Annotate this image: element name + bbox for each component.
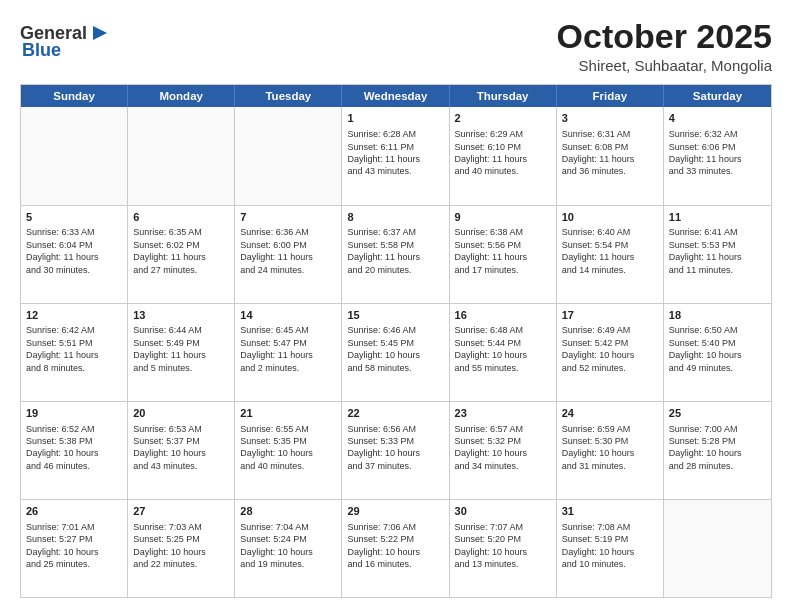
weekday-header-friday: Friday <box>557 85 664 107</box>
calendar-row-2: 12Sunrise: 6:42 AM Sunset: 5:51 PM Dayli… <box>21 303 771 401</box>
day-info: Sunrise: 6:28 AM Sunset: 6:11 PM Dayligh… <box>347 128 443 178</box>
day-info: Sunrise: 6:33 AM Sunset: 6:04 PM Dayligh… <box>26 226 122 276</box>
day-cell-5: 5Sunrise: 6:33 AM Sunset: 6:04 PM Daylig… <box>21 206 128 303</box>
calendar-row-4: 26Sunrise: 7:01 AM Sunset: 5:27 PM Dayli… <box>21 499 771 597</box>
header: General Blue October 2025 Shireet, Suhba… <box>20 18 772 74</box>
day-cell-16: 16Sunrise: 6:48 AM Sunset: 5:44 PM Dayli… <box>450 304 557 401</box>
day-number: 14 <box>240 308 336 323</box>
day-cell-13: 13Sunrise: 6:44 AM Sunset: 5:49 PM Dayli… <box>128 304 235 401</box>
day-cell-23: 23Sunrise: 6:57 AM Sunset: 5:32 PM Dayli… <box>450 402 557 499</box>
day-number: 23 <box>455 406 551 421</box>
day-info: Sunrise: 6:59 AM Sunset: 5:30 PM Dayligh… <box>562 423 658 473</box>
day-number: 18 <box>669 308 766 323</box>
day-number: 6 <box>133 210 229 225</box>
day-info: Sunrise: 6:46 AM Sunset: 5:45 PM Dayligh… <box>347 324 443 374</box>
day-number: 15 <box>347 308 443 323</box>
day-info: Sunrise: 6:38 AM Sunset: 5:56 PM Dayligh… <box>455 226 551 276</box>
day-number: 17 <box>562 308 658 323</box>
day-cell-11: 11Sunrise: 6:41 AM Sunset: 5:53 PM Dayli… <box>664 206 771 303</box>
weekday-header-tuesday: Tuesday <box>235 85 342 107</box>
day-info: Sunrise: 6:40 AM Sunset: 5:54 PM Dayligh… <box>562 226 658 276</box>
day-number: 10 <box>562 210 658 225</box>
day-number: 29 <box>347 504 443 519</box>
day-cell-10: 10Sunrise: 6:40 AM Sunset: 5:54 PM Dayli… <box>557 206 664 303</box>
day-number: 9 <box>455 210 551 225</box>
day-number: 12 <box>26 308 122 323</box>
svg-marker-0 <box>93 26 107 40</box>
day-number: 21 <box>240 406 336 421</box>
day-cell-20: 20Sunrise: 6:53 AM Sunset: 5:37 PM Dayli… <box>128 402 235 499</box>
day-info: Sunrise: 6:49 AM Sunset: 5:42 PM Dayligh… <box>562 324 658 374</box>
day-info: Sunrise: 7:08 AM Sunset: 5:19 PM Dayligh… <box>562 521 658 571</box>
day-cell-26: 26Sunrise: 7:01 AM Sunset: 5:27 PM Dayli… <box>21 500 128 597</box>
day-cell-12: 12Sunrise: 6:42 AM Sunset: 5:51 PM Dayli… <box>21 304 128 401</box>
day-info: Sunrise: 6:35 AM Sunset: 6:02 PM Dayligh… <box>133 226 229 276</box>
day-info: Sunrise: 7:06 AM Sunset: 5:22 PM Dayligh… <box>347 521 443 571</box>
day-number: 16 <box>455 308 551 323</box>
day-info: Sunrise: 6:44 AM Sunset: 5:49 PM Dayligh… <box>133 324 229 374</box>
day-cell-31: 31Sunrise: 7:08 AM Sunset: 5:19 PM Dayli… <box>557 500 664 597</box>
calendar: SundayMondayTuesdayWednesdayThursdayFrid… <box>20 84 772 598</box>
day-number: 24 <box>562 406 658 421</box>
weekday-header-thursday: Thursday <box>450 85 557 107</box>
day-info: Sunrise: 6:53 AM Sunset: 5:37 PM Dayligh… <box>133 423 229 473</box>
day-cell-1: 1Sunrise: 6:28 AM Sunset: 6:11 PM Daylig… <box>342 107 449 204</box>
day-cell-29: 29Sunrise: 7:06 AM Sunset: 5:22 PM Dayli… <box>342 500 449 597</box>
day-info: Sunrise: 7:00 AM Sunset: 5:28 PM Dayligh… <box>669 423 766 473</box>
weekday-header-monday: Monday <box>128 85 235 107</box>
day-number: 25 <box>669 406 766 421</box>
day-info: Sunrise: 6:41 AM Sunset: 5:53 PM Dayligh… <box>669 226 766 276</box>
calendar-body: 1Sunrise: 6:28 AM Sunset: 6:11 PM Daylig… <box>21 107 771 597</box>
day-number: 20 <box>133 406 229 421</box>
day-number: 3 <box>562 111 658 126</box>
day-info: Sunrise: 7:04 AM Sunset: 5:24 PM Dayligh… <box>240 521 336 571</box>
day-number: 28 <box>240 504 336 519</box>
day-info: Sunrise: 6:45 AM Sunset: 5:47 PM Dayligh… <box>240 324 336 374</box>
day-cell-6: 6Sunrise: 6:35 AM Sunset: 6:02 PM Daylig… <box>128 206 235 303</box>
day-cell-28: 28Sunrise: 7:04 AM Sunset: 5:24 PM Dayli… <box>235 500 342 597</box>
day-number: 2 <box>455 111 551 126</box>
empty-cell-0-1 <box>128 107 235 204</box>
day-number: 30 <box>455 504 551 519</box>
empty-cell-4-6 <box>664 500 771 597</box>
day-cell-24: 24Sunrise: 6:59 AM Sunset: 5:30 PM Dayli… <box>557 402 664 499</box>
day-number: 11 <box>669 210 766 225</box>
day-cell-18: 18Sunrise: 6:50 AM Sunset: 5:40 PM Dayli… <box>664 304 771 401</box>
day-number: 4 <box>669 111 766 126</box>
day-info: Sunrise: 6:56 AM Sunset: 5:33 PM Dayligh… <box>347 423 443 473</box>
day-number: 27 <box>133 504 229 519</box>
day-number: 31 <box>562 504 658 519</box>
day-info: Sunrise: 6:32 AM Sunset: 6:06 PM Dayligh… <box>669 128 766 178</box>
month-title: October 2025 <box>557 18 772 55</box>
day-number: 22 <box>347 406 443 421</box>
day-cell-7: 7Sunrise: 6:36 AM Sunset: 6:00 PM Daylig… <box>235 206 342 303</box>
logo: General Blue <box>20 22 111 61</box>
weekday-header-saturday: Saturday <box>664 85 771 107</box>
day-number: 19 <box>26 406 122 421</box>
day-cell-22: 22Sunrise: 6:56 AM Sunset: 5:33 PM Dayli… <box>342 402 449 499</box>
day-number: 5 <box>26 210 122 225</box>
weekday-header-sunday: Sunday <box>21 85 128 107</box>
day-cell-19: 19Sunrise: 6:52 AM Sunset: 5:38 PM Dayli… <box>21 402 128 499</box>
day-number: 7 <box>240 210 336 225</box>
empty-cell-0-0 <box>21 107 128 204</box>
title-block: October 2025 Shireet, Suhbaatar, Mongoli… <box>557 18 772 74</box>
day-info: Sunrise: 6:52 AM Sunset: 5:38 PM Dayligh… <box>26 423 122 473</box>
day-info: Sunrise: 7:01 AM Sunset: 5:27 PM Dayligh… <box>26 521 122 571</box>
day-cell-2: 2Sunrise: 6:29 AM Sunset: 6:10 PM Daylig… <box>450 107 557 204</box>
weekday-header-wednesday: Wednesday <box>342 85 449 107</box>
day-info: Sunrise: 6:55 AM Sunset: 5:35 PM Dayligh… <box>240 423 336 473</box>
calendar-row-3: 19Sunrise: 6:52 AM Sunset: 5:38 PM Dayli… <box>21 401 771 499</box>
empty-cell-0-2 <box>235 107 342 204</box>
day-info: Sunrise: 6:29 AM Sunset: 6:10 PM Dayligh… <box>455 128 551 178</box>
day-cell-14: 14Sunrise: 6:45 AM Sunset: 5:47 PM Dayli… <box>235 304 342 401</box>
calendar-row-0: 1Sunrise: 6:28 AM Sunset: 6:11 PM Daylig… <box>21 107 771 204</box>
day-info: Sunrise: 6:42 AM Sunset: 5:51 PM Dayligh… <box>26 324 122 374</box>
day-cell-30: 30Sunrise: 7:07 AM Sunset: 5:20 PM Dayli… <box>450 500 557 597</box>
day-number: 8 <box>347 210 443 225</box>
day-cell-15: 15Sunrise: 6:46 AM Sunset: 5:45 PM Dayli… <box>342 304 449 401</box>
day-info: Sunrise: 6:48 AM Sunset: 5:44 PM Dayligh… <box>455 324 551 374</box>
day-cell-4: 4Sunrise: 6:32 AM Sunset: 6:06 PM Daylig… <box>664 107 771 204</box>
day-number: 1 <box>347 111 443 126</box>
day-number: 13 <box>133 308 229 323</box>
